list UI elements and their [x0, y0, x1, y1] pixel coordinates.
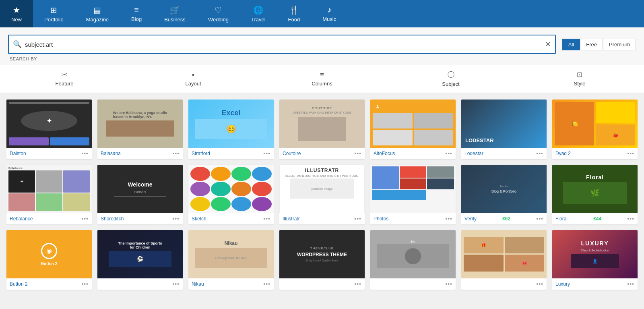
- theme-name: Balasana: [101, 151, 121, 156]
- nav-item-new[interactable]: ★ New: [0, 0, 33, 27]
- theme-card-altofocus[interactable]: A AltoFocus •••: [370, 100, 456, 159]
- more-icon[interactable]: •••: [627, 281, 634, 287]
- more-icon[interactable]: •••: [354, 281, 361, 287]
- tab-feature[interactable]: ✂ Feature: [0, 65, 129, 93]
- columns-icon: ≡: [320, 71, 324, 79]
- nav-label-wedding: Wedding: [208, 17, 229, 23]
- business-icon: 🛒: [170, 5, 180, 15]
- subject-icon: ⓘ: [448, 70, 454, 79]
- theme-card-gifts[interactable]: 🎁 🎀 •••: [461, 230, 547, 290]
- tab-columns[interactable]: ≡ Columns: [258, 65, 386, 93]
- wedding-icon: ♡: [215, 5, 222, 15]
- theme-name: Verity: [464, 216, 477, 222]
- theme-card-button2[interactable]: ◉ Button 2 Button 2 •••: [6, 230, 92, 290]
- theme-card-sketch[interactable]: Sketch •••: [188, 165, 274, 224]
- more-icon[interactable]: •••: [536, 150, 543, 157]
- tab-layout-label: Layout: [185, 81, 201, 87]
- more-icon[interactable]: •••: [81, 150, 89, 157]
- nav-item-business[interactable]: 🛒 Business: [153, 0, 197, 27]
- more-icon[interactable]: •••: [81, 281, 89, 287]
- clear-search-button[interactable]: ✕: [545, 40, 551, 49]
- nav-item-travel[interactable]: 🌐 Travel: [240, 0, 277, 27]
- nav-label-business: Business: [164, 17, 186, 23]
- more-icon[interactable]: •••: [172, 216, 180, 222]
- nav-item-food[interactable]: 🍴 Food: [277, 0, 312, 27]
- more-icon[interactable]: •••: [445, 216, 452, 222]
- theme-card-dalston[interactable]: ✦ Dalston •••: [6, 100, 92, 159]
- theme-card-photos[interactable]: Photos •••: [370, 165, 456, 224]
- theme-card-luxury[interactable]: LUXURY Class & Sophistication 👤 Luxury •…: [552, 230, 638, 290]
- magazine-icon: ▤: [93, 5, 101, 15]
- nav-item-blog[interactable]: ≡ Blog: [120, 0, 153, 27]
- more-icon[interactable]: •••: [172, 281, 180, 287]
- theme-name: Dalston: [10, 151, 26, 156]
- theme-price: £44: [593, 216, 601, 222]
- more-icon[interactable]: •••: [627, 216, 634, 222]
- more-icon[interactable]: •••: [445, 281, 452, 287]
- tab-style[interactable]: ⊡ Style: [515, 65, 644, 93]
- theme-card-illustratr[interactable]: ILLUSTRATR HELLO, I AM ILLUSTRATR AND TH…: [279, 165, 365, 224]
- more-icon[interactable]: •••: [263, 216, 270, 222]
- portfolio-icon: ⊞: [50, 5, 57, 15]
- search-input[interactable]: [25, 41, 542, 48]
- theme-name: Nikau: [192, 281, 204, 287]
- nav-item-portfolio[interactable]: ⊞ Portfolio: [33, 0, 75, 27]
- more-icon[interactable]: •••: [627, 150, 634, 157]
- themes-grid: ✦ Dalston ••• We are Bālāsana, a yoga st…: [0, 93, 644, 296]
- theme-name: Lodestar: [464, 151, 483, 156]
- nav-label-travel: Travel: [251, 17, 266, 23]
- filter-free-button[interactable]: Free: [580, 39, 603, 50]
- theme-card-coutoire[interactable]: COUTOIRE LIFESTYLE, FASHION & INTERIOR S…: [279, 100, 365, 159]
- tab-style-label: Style: [574, 81, 586, 87]
- food-icon: 🍴: [289, 5, 299, 15]
- theme-card-lodestar[interactable]: LODESTAR Lodestar •••: [461, 100, 547, 159]
- nav-label-music: Music: [322, 16, 336, 22]
- feature-icon: ✂: [62, 71, 67, 79]
- theme-name: Button 2: [10, 281, 28, 287]
- nav-item-music[interactable]: ♪ Music: [311, 0, 347, 27]
- theme-name: Luxury: [555, 281, 570, 287]
- more-icon[interactable]: •••: [263, 281, 270, 287]
- search-icon: 🔍: [13, 40, 22, 49]
- theme-card-floral[interactable]: Floral 🌿 Floral £44 •••: [552, 165, 638, 224]
- more-icon[interactable]: •••: [354, 150, 361, 157]
- music-icon: ♪: [327, 5, 331, 15]
- theme-card-balasana[interactable]: We are Bālāsana, a yoga studiobased in B…: [97, 100, 183, 159]
- theme-card-sport[interactable]: The Importance of Sportsfor Children ⚽ •…: [97, 230, 183, 290]
- more-icon[interactable]: •••: [354, 216, 361, 222]
- nav-label-blog: Blog: [131, 16, 142, 22]
- theme-card-stratford[interactable]: Excel 😊 Stratford •••: [188, 100, 274, 159]
- theme-name: Sketch: [192, 216, 206, 222]
- filter-premium-button[interactable]: Premium: [603, 39, 636, 50]
- theme-card-verity[interactable]: Verity Blog & Portfolio Verity £62 •••: [461, 165, 547, 224]
- nav-item-magazine[interactable]: ▤ Magazine: [75, 0, 120, 27]
- nav-label-food: Food: [288, 17, 300, 23]
- filter-tabs: ✂ Feature ▪ Layout ≡ Columns ⓘ Subject ⊡…: [0, 65, 644, 93]
- more-icon[interactable]: •••: [536, 281, 543, 287]
- layout-icon: ▪: [192, 71, 194, 79]
- more-icon[interactable]: •••: [445, 150, 452, 157]
- theme-card-shoreditch[interactable]: Welcome Partners Shoreditch •••: [97, 165, 183, 224]
- blog-icon: ≡: [134, 5, 139, 15]
- theme-card-dyad2[interactable]: 🍋 🍅 Dyad 2 •••: [552, 100, 638, 159]
- theme-card-wp-theme[interactable]: THEMECLUB WORDPRESS THEME Shop from A Qu…: [279, 230, 365, 290]
- theme-card-rebalance[interactable]: Rebalance ☀ Rebalance •••: [6, 165, 92, 224]
- more-icon[interactable]: •••: [172, 150, 180, 157]
- more-icon[interactable]: •••: [263, 150, 270, 157]
- more-icon[interactable]: •••: [536, 216, 543, 222]
- tab-subject[interactable]: ⓘ Subject: [386, 65, 515, 93]
- filter-buttons: All Free Premium: [562, 39, 636, 50]
- tab-feature-label: Feature: [56, 81, 74, 87]
- top-navigation: ★ New ⊞ Portfolio ▤ Magazine ≡ Blog 🛒 Bu…: [0, 0, 644, 27]
- nav-label-magazine: Magazine: [86, 17, 109, 23]
- theme-name: Illustratr: [283, 216, 300, 222]
- filter-all-button[interactable]: All: [562, 39, 580, 50]
- theme-name: Shoreditch: [101, 216, 124, 222]
- theme-card-modern[interactable]: Bio •••: [370, 230, 456, 290]
- more-icon[interactable]: •••: [81, 216, 89, 222]
- tab-layout[interactable]: ▪ Layout: [129, 65, 258, 93]
- theme-name: Stratford: [192, 151, 210, 156]
- theme-card-nikau[interactable]: Nikau Let's Appreciate the Little Nikau …: [188, 230, 274, 290]
- style-icon: ⊡: [577, 71, 582, 79]
- nav-item-wedding[interactable]: ♡ Wedding: [197, 0, 240, 27]
